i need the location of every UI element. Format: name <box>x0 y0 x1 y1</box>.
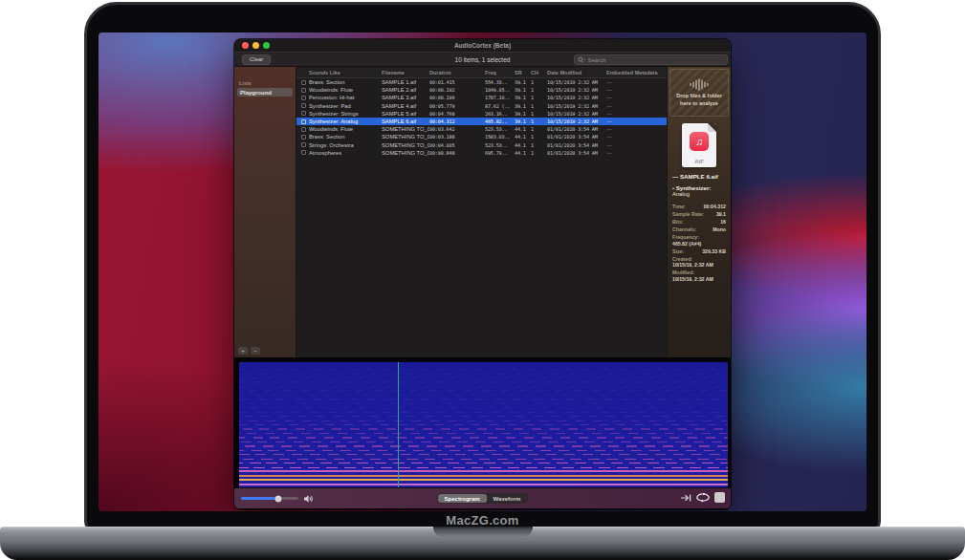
cell-embedded: -- <box>606 118 667 124</box>
add-list-button[interactable]: + <box>238 347 248 355</box>
table-row[interactable]: Brass: SectionSAMPLE 1.aif00:01.415554.3… <box>296 78 667 86</box>
cell-duration: 00:00.848 <box>429 150 485 156</box>
cell-freq: 1787.10.. <box>485 95 515 100</box>
spectrogram[interactable] <box>239 362 728 487</box>
cell-sounds_like: Synthesizer: Pad <box>309 103 382 109</box>
row-checkbox[interactable] <box>301 111 306 116</box>
stop-button[interactable] <box>714 492 725 503</box>
table-row[interactable]: Synthesizer: PadSAMPLE 4.aif00:05.77987.… <box>296 102 667 110</box>
search-icon <box>578 56 585 64</box>
window-titlebar[interactable]: AudioCortex (Beta) <box>234 39 731 52</box>
field-value: 10/15/19, 2:32 AM <box>672 262 713 269</box>
metadata-field: Channels:Mono <box>672 226 726 233</box>
tab-waveform[interactable]: Waveform <box>487 494 528 503</box>
cell-date_modified: 01/01/2020 3:54 AM <box>547 134 606 140</box>
spectrogram-harmonic-line <box>239 470 728 472</box>
cell-duration: 00:01.415 <box>429 79 485 85</box>
metadata-field: Frequency:465.82 (A#4) <box>672 234 726 247</box>
sidebar-section-label: Lists <box>234 80 296 88</box>
cell-filename: SAMPLE 4.aif <box>382 103 429 109</box>
cell-freq: 695.79.. <box>485 150 515 156</box>
spectrogram-harmonic-line <box>239 442 728 442</box>
row-checkbox[interactable] <box>301 150 306 155</box>
row-checkbox[interactable] <box>301 103 306 108</box>
spectrogram-frame <box>234 357 731 487</box>
column-header[interactable]: Freq <box>485 70 515 75</box>
spectrogram-harmonic-line <box>239 390 728 391</box>
table-row[interactable]: Woodwinds: FluteSAMPLE 2.aif00:00.192104… <box>296 86 667 94</box>
row-checkbox[interactable] <box>301 142 306 147</box>
cell-embedded: -- <box>606 134 667 140</box>
cell-duration: 00:04.005 <box>429 142 485 148</box>
close-button-icon[interactable] <box>242 42 249 49</box>
spectrogram-harmonic-line <box>239 467 728 468</box>
speaker-icon[interactable] <box>303 494 314 504</box>
playhead[interactable] <box>398 362 399 487</box>
row-checkbox[interactable] <box>301 127 306 132</box>
row-checkbox[interactable] <box>301 96 306 100</box>
search-input[interactable] <box>587 57 724 63</box>
analyze-waveform-icon <box>688 78 711 91</box>
field-value: 329.33 KB <box>702 248 726 255</box>
column-header[interactable]: SR <box>515 70 531 75</box>
volume-slider-thumb[interactable] <box>275 495 282 502</box>
aif-file-icon[interactable]: ♫ AIF <box>682 123 716 167</box>
cell-duration: 00:00.190 <box>429 95 485 100</box>
cell-embedded: -- <box>606 95 667 100</box>
sidebar-item-playground[interactable]: Playground <box>237 88 293 97</box>
search-field[interactable] <box>574 54 728 65</box>
field-value: Mono <box>713 226 726 233</box>
table-row[interactable]: Percussion: Hi-hatSAMPLE 3.aif00:00.1901… <box>296 94 667 101</box>
table-row[interactable]: Woodwinds: FluteSOMETHING TO_001-4..00:0… <box>296 125 667 133</box>
row-checkbox[interactable] <box>301 135 306 140</box>
metadata-field: Time:00:04.312 <box>672 204 726 210</box>
column-header[interactable]: Date Modified <box>547 70 606 75</box>
cell-filename: SAMPLE 1.aif <box>382 79 429 85</box>
cell-embedded: -- <box>606 150 667 156</box>
row-checkbox[interactable] <box>301 80 306 85</box>
spectrogram-harmonic-line <box>239 424 728 425</box>
table-row[interactable]: Strings: OrchestraSOMETHING TO_003-4..00… <box>296 141 667 149</box>
metadata-field: Created:10/15/19, 2:32 AM <box>672 256 726 269</box>
tab-spectrogram[interactable]: Spectrogram <box>438 494 487 503</box>
remove-list-button[interactable]: − <box>251 347 260 355</box>
table-header-row[interactable]: Sounds LikeFilenameDurationFreqSRCHDate … <box>296 67 667 78</box>
dropzone[interactable]: Drop files & folder here to analyze <box>669 69 729 117</box>
table-row[interactable]: Synthesizer: AnalogSAMPLE 6.aif00:04.312… <box>296 118 667 125</box>
column-header[interactable]: CH <box>531 70 547 75</box>
column-header[interactable]: Filename <box>382 70 429 75</box>
cell-sr: 39.1 <box>515 79 531 85</box>
cell-sounds_like: Synthesizer: Strings <box>309 111 382 117</box>
cell-date_modified: 10/15/2019 2:32 AM <box>547 79 606 85</box>
cell-date_modified: 10/15/2019 2:32 AM <box>547 118 606 124</box>
cell-sounds_like: Woodwinds: Flute <box>309 87 382 93</box>
cell-freq: 523.53.. <box>485 142 515 148</box>
cell-ch: 1 <box>531 87 547 93</box>
dropzone-text: Drop files & folder here to analyze <box>676 93 722 106</box>
table-row[interactable]: AtmospheresSOMETHING TO_004-4..00:00.848… <box>296 149 667 157</box>
selected-file-name: — SAMPLE 6.aif <box>672 173 726 180</box>
column-header[interactable]: Duration <box>429 70 485 75</box>
row-checkbox[interactable] <box>301 119 306 124</box>
volume-slider[interactable] <box>241 497 298 500</box>
cell-filename: SAMPLE 2.aif <box>382 87 429 93</box>
zoom-button-icon[interactable] <box>263 42 270 49</box>
cell-sounds_like: Synthesizer: Analog <box>309 118 382 124</box>
cell-date_modified: 10/15/2019 2:32 AM <box>547 111 606 117</box>
skip-to-end-icon[interactable] <box>680 493 691 503</box>
cell-ch: 1 <box>531 118 547 124</box>
cell-date_modified: 10/15/2019 2:32 AM <box>547 103 606 109</box>
table-row[interactable]: Synthesizer: StringsSAMPLE 5.aif00:04.76… <box>296 110 667 118</box>
field-label: Channels: <box>672 226 696 233</box>
cell-duration: 00:00.192 <box>429 87 485 93</box>
table-row[interactable]: Brass: SectionSOMETHING TO_002-4..00:03.… <box>296 133 667 140</box>
column-header[interactable]: Embedded Metadata <box>606 70 667 75</box>
column-header[interactable]: Sounds Like <box>309 70 382 75</box>
cell-embedded: -- <box>606 103 667 109</box>
cell-filename: SOMETHING TO_003-4.. <box>382 142 429 148</box>
row-checkbox[interactable] <box>301 88 306 93</box>
minimize-button-icon[interactable] <box>252 42 259 49</box>
clear-button[interactable]: Clear <box>242 54 271 65</box>
cell-filename: SOMETHING TO_002-4.. <box>382 134 429 140</box>
loop-icon[interactable] <box>695 492 711 503</box>
